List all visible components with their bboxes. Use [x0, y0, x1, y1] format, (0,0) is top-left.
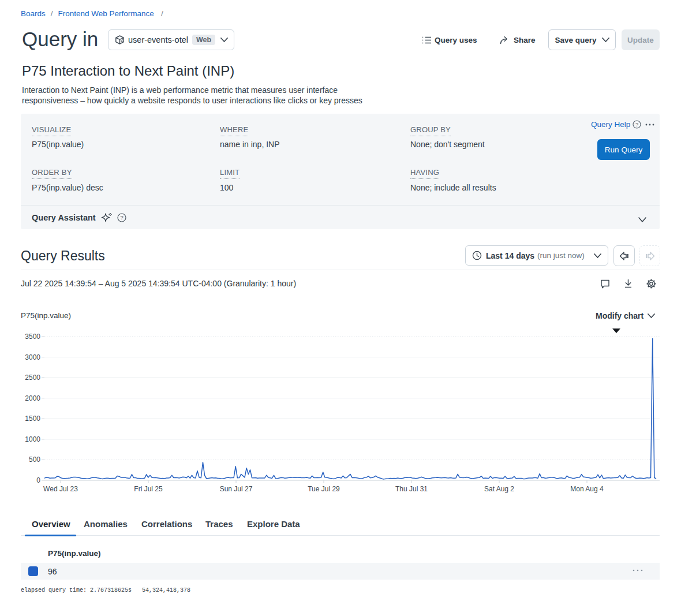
svg-text:Sun Jul 27: Sun Jul 27	[220, 485, 253, 493]
svg-text:?: ?	[120, 214, 124, 221]
svg-text:0: 0	[36, 476, 40, 484]
svg-text:Sat Aug 2: Sat Aug 2	[484, 485, 514, 493]
svg-text:?: ?	[635, 122, 638, 128]
svg-text:Tue Jul 29: Tue Jul 29	[308, 485, 340, 493]
svg-text:2500: 2500	[25, 374, 40, 382]
svg-text:Thu Jul 31: Thu Jul 31	[395, 485, 428, 493]
svg-text:Wed Jul 23: Wed Jul 23	[43, 485, 78, 493]
svg-text:1000: 1000	[25, 435, 40, 443]
svg-text:2000: 2000	[25, 394, 40, 402]
svg-text:Mon Aug 4: Mon Aug 4	[570, 485, 604, 493]
svg-text:500: 500	[29, 456, 40, 464]
svg-text:1500: 1500	[25, 415, 40, 423]
svg-text:3500: 3500	[25, 333, 40, 341]
svg-text:Fri Jul 25: Fri Jul 25	[134, 485, 163, 493]
svg-text:3000: 3000	[25, 353, 40, 361]
